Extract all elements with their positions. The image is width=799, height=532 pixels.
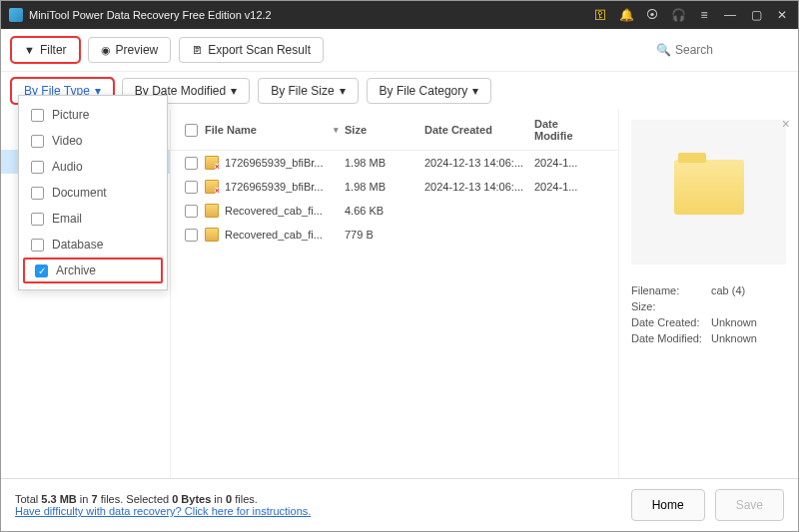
search-box[interactable]: 🔍 — [648, 40, 788, 60]
file-size-cell: 4.66 KB — [345, 205, 424, 217]
type-menu-item-document[interactable]: Document — [19, 180, 167, 206]
by-size-dropdown[interactable]: By File Size ▾ — [258, 78, 358, 104]
row-checkbox[interactable] — [185, 157, 198, 170]
export-label: Export Scan Result — [208, 43, 311, 57]
type-menu-item-email[interactable]: Email — [19, 206, 167, 232]
type-menu-label: Database — [52, 238, 103, 252]
row-checkbox[interactable] — [185, 229, 198, 242]
footer-summary: Total 5.3 MB in 7 files. Selected 0 Byte… — [15, 493, 311, 517]
chevron-down-icon: ▾ — [231, 84, 237, 98]
filename-label: Filename: — [631, 284, 711, 296]
by-size-label: By File Size — [271, 84, 334, 98]
table-row[interactable]: Recovered_cab_fi...4.66 KB — [171, 199, 618, 223]
save-button[interactable]: Save — [715, 489, 784, 521]
file-modified-cell: 2024-1... — [534, 157, 598, 169]
created-label: Date Created: — [631, 316, 711, 328]
size-label: Size: — [631, 300, 711, 312]
col-filename-label: File Name — [205, 124, 257, 136]
file-icon — [205, 204, 219, 218]
type-menu-item-archive[interactable]: ✓Archive — [23, 258, 163, 283]
type-menu-label: Archive — [56, 264, 96, 277]
filter-label: Filter — [40, 43, 67, 57]
sort-arrow-icon: ▾ — [334, 125, 339, 135]
top-toolbar: ▼Filter ◉Preview 🖹Export Scan Result 🔍 — [1, 29, 798, 72]
by-category-dropdown[interactable]: By File Category ▾ — [367, 78, 492, 104]
close-icon[interactable]: ✕ — [774, 7, 790, 23]
type-menu-label: Email — [52, 212, 82, 226]
minimize-icon[interactable]: — — [722, 7, 738, 23]
key-icon[interactable]: ⚿ — [592, 7, 608, 23]
chevron-down-icon: ▾ — [340, 84, 346, 98]
menu-icon[interactable]: ≡ — [696, 7, 712, 23]
file-type-menu: PictureVideoAudioDocumentEmailDatabase✓A… — [18, 95, 168, 290]
chevron-down-icon: ▾ — [472, 84, 478, 98]
col-created[interactable]: Date Created — [424, 124, 534, 136]
select-all-checkbox[interactable] — [185, 124, 198, 137]
table-header: File Name▾ Size Date Created Date Modifi… — [171, 110, 618, 151]
app-logo-icon — [9, 8, 23, 22]
export-button[interactable]: 🖹Export Scan Result — [179, 37, 324, 63]
checkbox-icon[interactable]: ✓ — [35, 265, 48, 277]
preview-panel: × Filename:cab (4) Size: Date Created:Un… — [618, 110, 798, 478]
by-category-label: By File Category — [380, 84, 468, 98]
type-menu-item-audio[interactable]: Audio — [19, 154, 167, 180]
preview-label: Preview — [116, 43, 159, 57]
file-name-cell: 1726965939_bfiBr... — [225, 157, 323, 169]
home-button[interactable]: Home — [631, 489, 705, 521]
help-link[interactable]: Have difficulty with data recovery? Clic… — [15, 505, 311, 517]
file-icon — [205, 180, 219, 194]
type-menu-label: Audio — [52, 160, 83, 174]
col-size[interactable]: Size — [345, 124, 424, 136]
export-icon: 🖹 — [192, 44, 203, 56]
bell-icon[interactable]: 🔔 — [618, 7, 634, 23]
col-filename[interactable]: File Name▾ — [205, 124, 345, 136]
file-icon — [205, 156, 219, 170]
filter-button[interactable]: ▼Filter — [11, 37, 80, 63]
table-row[interactable]: 1726965939_bfiBr...1.98 MB2024-12-13 14:… — [171, 151, 618, 175]
col-modified[interactable]: Date Modifie — [534, 118, 598, 142]
file-size-cell: 779 B — [345, 229, 424, 241]
eye-icon: ◉ — [101, 44, 111, 57]
type-menu-item-picture[interactable]: Picture — [19, 102, 167, 128]
checkbox-icon[interactable] — [31, 109, 44, 122]
row-checkbox[interactable] — [185, 205, 198, 218]
search-input[interactable] — [675, 43, 799, 57]
type-menu-label: Document — [52, 186, 107, 200]
modified-label: Date Modified: — [631, 332, 711, 344]
close-preview-icon[interactable]: × — [782, 116, 790, 132]
checkbox-icon[interactable] — [31, 187, 44, 200]
checkbox-icon[interactable] — [31, 213, 44, 226]
row-checkbox[interactable] — [185, 181, 198, 194]
checkbox-icon[interactable] — [31, 161, 44, 174]
file-created-cell: 2024-12-13 14:06:... — [424, 181, 534, 193]
type-menu-label: Video — [52, 134, 82, 148]
file-icon — [205, 228, 219, 242]
globe-icon[interactable]: ⦿ — [644, 7, 660, 23]
created-value: Unknown — [711, 316, 757, 328]
titlebar: MiniTool Power Data Recovery Free Editio… — [1, 1, 798, 29]
search-icon: 🔍 — [656, 43, 671, 57]
type-menu-item-video[interactable]: Video — [19, 128, 167, 154]
table-row[interactable]: 1726965939_bfiBr...1.98 MB2024-12-13 14:… — [171, 175, 618, 199]
headset-icon[interactable]: 🎧 — [670, 7, 686, 23]
checkbox-icon[interactable] — [31, 135, 44, 148]
preview-button[interactable]: ◉Preview — [88, 37, 172, 63]
funnel-icon: ▼ — [24, 44, 35, 56]
table-row[interactable]: Recovered_cab_fi...779 B — [171, 223, 618, 247]
file-list: File Name▾ Size Date Created Date Modifi… — [171, 110, 618, 478]
file-size-cell: 1.98 MB — [345, 157, 424, 169]
modified-value: Unknown — [711, 332, 757, 344]
folder-thumbnail-icon — [674, 160, 744, 215]
file-created-cell: 2024-12-13 14:06:... — [424, 157, 534, 169]
window-title: MiniTool Power Data Recovery Free Editio… — [29, 9, 272, 21]
maximize-icon[interactable]: ▢ — [748, 7, 764, 23]
file-name-cell: Recovered_cab_fi... — [225, 205, 323, 217]
file-size-cell: 1.98 MB — [345, 181, 424, 193]
type-menu-item-database[interactable]: Database — [19, 232, 167, 258]
file-modified-cell: 2024-1... — [534, 181, 598, 193]
table-body: 1726965939_bfiBr...1.98 MB2024-12-13 14:… — [171, 151, 618, 247]
type-menu-label: Picture — [52, 108, 89, 122]
footer: Total 5.3 MB in 7 files. Selected 0 Byte… — [1, 478, 798, 531]
file-name-cell: 1726965939_bfiBr... — [225, 181, 323, 193]
checkbox-icon[interactable] — [31, 239, 44, 252]
